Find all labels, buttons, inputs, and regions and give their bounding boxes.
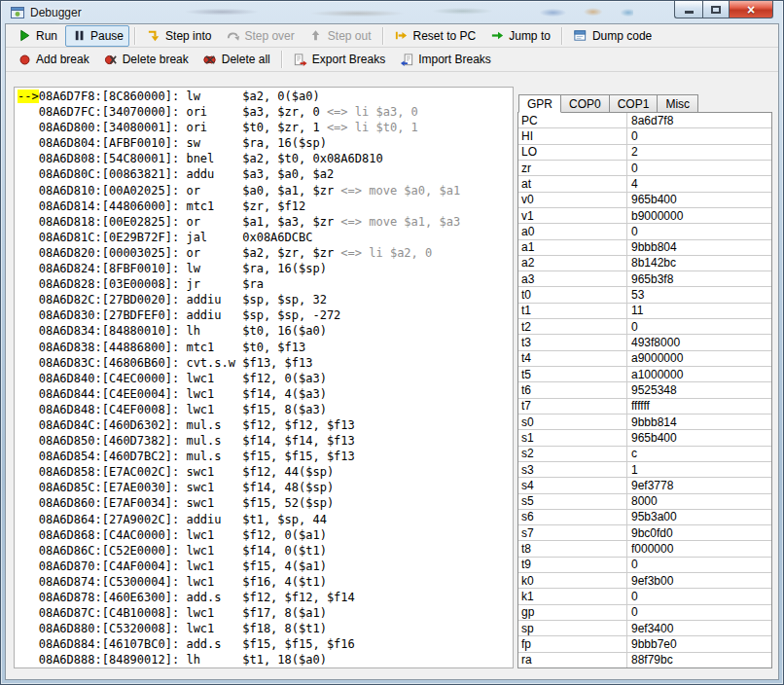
register-row[interactable]: a28b142bc [518, 256, 771, 271]
step-over-label: Step over [244, 29, 294, 43]
register-name: s4 [518, 478, 627, 492]
disassembly-line[interactable]: 08A6D830:[27BDFEF0]: addiu $sp, $sp, -27… [18, 307, 513, 323]
tab-cop0[interactable]: COP0 [560, 94, 610, 112]
tab-misc[interactable]: Misc [657, 94, 698, 112]
register-row[interactable]: sp9ef3400 [518, 621, 771, 636]
disassembly-line[interactable]: 08A6D838:[44886800]: mtc1 $t0, $f13 [18, 340, 513, 355]
register-row[interactable]: k10 [518, 589, 771, 604]
reset-to-pc-button[interactable]: Reset to PC [388, 25, 482, 47]
tab-cop1[interactable]: COP1 [609, 94, 659, 112]
titlebar[interactable]: Debugger [5, 1, 779, 23]
disassembly-line[interactable]: 08A6D800:[34080001]: ori $t0, $zr, 1 <=>… [18, 120, 513, 135]
disassembly-line[interactable]: 08A6D804:[AFBF0010]: sw $ra, 16($sp) [18, 135, 513, 151]
register-row[interactable]: t69525348 [518, 382, 771, 398]
disassembly-line[interactable]: 08A6D880:[C5320008]: lwc1 $f18, 8($t1) [18, 621, 513, 636]
disassembly-line[interactable]: 08A6D834:[84880010]: lh $t0, 16($a0) [18, 323, 513, 339]
register-row[interactable]: t7ffffff [518, 399, 771, 415]
register-row[interactable]: v0965b400 [518, 193, 771, 208]
register-row[interactable]: t20 [518, 319, 771, 335]
register-row[interactable]: s695b3a00 [518, 510, 771, 525]
close-button[interactable]: × [729, 1, 773, 18]
disassembly-line[interactable]: 08A6D878:[460E6300]: add.s $f12, $f12, $… [18, 590, 513, 605]
register-row[interactable]: t4a9000000 [518, 351, 771, 367]
register-row[interactable]: s79bc0fd0 [518, 525, 771, 541]
disassembly-line[interactable]: 08A6D86C:[C52E0000]: lwc1 $f14, 0($t1) [18, 543, 513, 559]
disassembly-line[interactable]: 08A6D848:[C4EF0008]: lwc1 $f15, 8($a3) [18, 402, 513, 417]
pause-button[interactable]: Pause [65, 25, 129, 47]
register-row[interactable]: zr0 [518, 161, 771, 176]
add-break-button[interactable]: Add break [11, 49, 95, 70]
disassembly-line[interactable]: 08A6D80C:[00863821]: addu $a3, $a0, $a2 [18, 166, 513, 182]
disassembly-line[interactable]: 08A6D85C:[E7AE0030]: swc1 $f14, 48($sp) [18, 480, 513, 495]
disassembly-line[interactable]: 08A6D888:[84890012]: lh $t1, 18($a0) [18, 652, 513, 667]
disassembly-line[interactable]: 08A6D808:[54C80001]: bnel $a2, $t0, 0x08… [18, 151, 513, 166]
import-breaks-button[interactable]: Import Breaks [393, 49, 497, 70]
register-row[interactable]: v1b9000000 [518, 208, 771, 224]
disassembly-line[interactable]: -->08A6D7F8:[8C860000]: lw $a2, 0($a0) [18, 89, 513, 104]
jump-to-button[interactable]: Jump to [483, 25, 556, 47]
tab-gpr[interactable]: GPR [518, 94, 561, 113]
register-row[interactable]: fp9bbb7e0 [518, 636, 771, 652]
disassembly-line[interactable]: 08A6D810:[00A02025]: or $a0, $a1, $zr <=… [18, 183, 513, 198]
register-row[interactable]: k09ef3b00 [518, 573, 771, 589]
disassembly-line[interactable]: 08A6D87C:[C4B10008]: lwc1 $f17, 8($a1) [18, 605, 513, 621]
step-into-button[interactable]: Step into [140, 25, 217, 47]
line-marker [18, 184, 39, 198]
register-row[interactable]: t053 [518, 287, 771, 303]
disassembly-line[interactable]: 08A6D83C:[46806B60]: cvt.s.w $f13, $f13 [18, 355, 513, 371]
maximize-button[interactable] [702, 1, 729, 18]
disassembly-line[interactable]: 08A6D824:[8FBF0010]: lw $ra, 16($sp) [18, 261, 513, 276]
disassembly-line[interactable]: 08A6D868:[C4AC0000]: lwc1 $f12, 0($a1) [18, 527, 513, 543]
register-row[interactable]: s58000 [518, 494, 771, 510]
disassembly-line[interactable]: 08A6D884:[46107BC0]: add.s $f15, $f15, $… [18, 636, 513, 652]
run-button[interactable]: Run [11, 25, 63, 47]
disassembly-line[interactable]: 08A6D81C:[0E29B72F]: jal 0x08A6DCBC [18, 230, 513, 245]
register-row[interactable]: ra88f79bc [518, 653, 771, 667]
register-value: c [627, 447, 771, 461]
disassembly-line[interactable]: 08A6D858:[E7AC002C]: swc1 $f12, 44($sp) [18, 464, 513, 480]
disassembly-line[interactable]: 08A6D840:[C4EC0000]: lwc1 $f12, 0($a3) [18, 371, 513, 386]
disassembly-line[interactable]: 08A6D850:[460D7382]: mul.s $f14, $f14, $… [18, 433, 513, 449]
pause-label: Pause [90, 29, 124, 43]
register-row[interactable]: t3493f8000 [518, 335, 771, 350]
register-row[interactable]: LO2 [518, 145, 771, 161]
disassembly-line[interactable]: 08A6D860:[E7AF0034]: swc1 $f15, 52($sp) [18, 495, 513, 511]
disassembly-line[interactable]: 08A6D854:[460D7BC2]: mul.s $f15, $f15, $… [18, 449, 513, 464]
register-row[interactable]: s1965b400 [518, 430, 771, 446]
register-row[interactable]: t8f000000 [518, 541, 771, 557]
register-row[interactable]: a19bbb804 [518, 240, 771, 256]
register-row[interactable]: a3965b3f8 [518, 271, 771, 287]
disassembly-line[interactable]: 08A6D818:[00E02825]: or $a1, $a3, $zr <=… [18, 214, 513, 230]
export-breaks-button[interactable]: Export Breaks [287, 49, 391, 70]
register-row[interactable]: gp0 [518, 605, 771, 621]
titlebar-glass-artifacts [131, 5, 633, 20]
register-row[interactable]: at4 [518, 176, 771, 192]
disassembly-line[interactable]: 08A6D814:[44806000]: mtc1 $zr, $f12 [18, 198, 513, 214]
disassembly-line[interactable]: 08A6D7FC:[34070000]: ori $a3, $zr, 0 <=>… [18, 104, 513, 120]
toolbar-separator [134, 27, 135, 45]
register-row[interactable]: t111 [518, 304, 771, 319]
reset-to-pc-label: Reset to PC [413, 29, 477, 43]
minimize-button[interactable] [674, 1, 702, 18]
register-row[interactable]: s09bbb814 [518, 415, 771, 430]
disassembly-line[interactable]: 08A6D864:[27A9002C]: addiu $t1, $sp, 44 [18, 512, 513, 527]
register-row[interactable]: PC8a6d7f8 [518, 113, 771, 128]
disassembly-line[interactable]: 08A6D874:[C5300004]: lwc1 $f16, 4($t1) [18, 574, 513, 590]
disassembly-line[interactable]: 08A6D82C:[27BD0020]: addiu $sp, $sp, 32 [18, 292, 513, 307]
delete-all-button[interactable]: Delete all [196, 49, 276, 70]
disassembly-line[interactable]: 08A6D84C:[460D6302]: mul.s $f12, $f12, $… [18, 417, 513, 433]
disassembly-line[interactable]: 08A6D828:[03E00008]: jr $ra [18, 276, 513, 292]
disassembly-line[interactable]: 08A6D844:[C4EE0004]: lwc1 $f14, 4($a3) [18, 386, 513, 402]
register-row[interactable]: s49ef3778 [518, 478, 771, 493]
instruction-text: 08A6D880:[C5320008]: lwc1 $f18, 8($t1) [39, 622, 327, 635]
register-row[interactable]: s2c [518, 447, 771, 462]
register-row[interactable]: HI0 [518, 128, 771, 144]
register-row[interactable]: a00 [518, 224, 771, 239]
dump-code-button[interactable]: Dump code [567, 25, 658, 47]
register-row[interactable]: t90 [518, 558, 771, 573]
register-row[interactable]: t5a1000000 [518, 367, 771, 382]
disassembly-line[interactable]: 08A6D870:[C4AF0004]: lwc1 $f15, 4($a1) [18, 559, 513, 574]
register-row[interactable]: s31 [518, 462, 771, 478]
delete-break-button[interactable]: Delete break [97, 49, 195, 70]
disassembly-line[interactable]: 08A6D820:[00003025]: or $a2, $zr, $zr <=… [18, 245, 513, 261]
